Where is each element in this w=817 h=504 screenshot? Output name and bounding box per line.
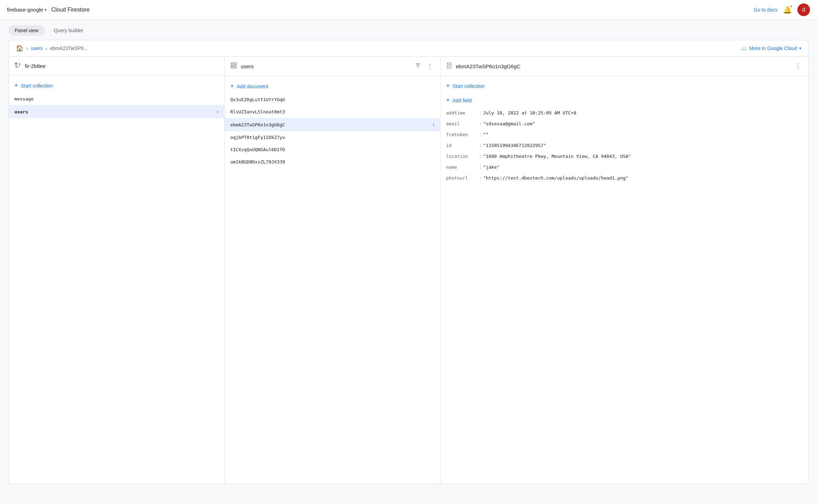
database-column-body: + Start collection message users › — [9, 76, 224, 484]
field-value-fcmtoken[interactable]: "" — [483, 132, 489, 137]
svg-rect-3 — [234, 66, 236, 68]
database-title: fir-2b8ee — [25, 63, 219, 69]
item-text-doc-4: oqjbPT0t1gFy1IDkZ7yv — [230, 135, 285, 140]
main-panel: 🏠 › users › ebmA23TwSP6... ☁️ More in Go… — [8, 40, 809, 484]
svg-rect-1 — [231, 66, 233, 68]
item-text-message: message — [14, 96, 34, 102]
more-in-cloud-label: More in Google Cloud — [749, 46, 797, 51]
field-key-photourl: photourl — [446, 175, 478, 181]
item-text-doc-5: tICXzqQoUQNSAul6DIfD — [230, 147, 285, 152]
field-value-photourl[interactable]: "https://test.dbestech.com/uploads/uploa… — [483, 175, 629, 181]
more-in-google-cloud-button[interactable]: ☁️ More in Google Cloud ▾ — [740, 45, 801, 52]
arrow-right-icon-users: › — [217, 108, 219, 115]
query-builder-button[interactable]: Query builder — [48, 25, 90, 36]
item-text-doc-6: um1kBGD8DxsZL79JX339 — [230, 159, 285, 164]
database-column: fir-2b8ee + Start collection message use… — [9, 57, 225, 484]
notifications-bell-icon[interactable]: 🔔 — [783, 6, 792, 14]
field-value-email[interactable]: "sdsesaa@gmail.com" — [483, 121, 535, 126]
item-text-doc-1: Qx3uE2DgLutt1UYrYGqG — [230, 97, 285, 102]
document-column: ebmA23TwSP6o1n3gG6gC ⋮ + Start collectio… — [440, 57, 808, 484]
go-to-docs-link[interactable]: Go to docs — [754, 7, 777, 13]
svg-rect-4 — [447, 63, 451, 68]
list-item-doc-3[interactable]: ebmA23TwSP6o1n3gG6gC › — [225, 118, 440, 131]
breadcrumb-document: ebmA23TwSP6... — [50, 46, 88, 51]
item-text-users: users — [14, 109, 28, 114]
field-value-addtime[interactable]: July 18, 2022 at 10:25:05 AM UTC+8 — [483, 110, 576, 115]
field-name: name : "jake" — [440, 162, 808, 173]
collection-column: users ⋮ + Add document Qx3uE2DgLutt1UY — [225, 57, 440, 484]
top-navigation: firebase-google ▾ Cloud Firestore Go to … — [0, 0, 817, 20]
list-item-doc-5[interactable]: tICXzqQoUQNSAul6DIfD — [225, 144, 440, 156]
add-document-button[interactable]: + Add document — [225, 79, 440, 93]
field-photourl: photourl : "https://test.dbestech.com/up… — [440, 173, 808, 183]
list-item-doc-4[interactable]: oqjbPT0t1gFy1IDkZ7yv — [225, 131, 440, 144]
more-options-col3-icon[interactable]: ⋮ — [794, 62, 803, 71]
collection-column-header: users ⋮ — [225, 57, 440, 76]
more-options-col2-icon[interactable]: ⋮ — [425, 62, 434, 71]
field-fcmtoken: fcmtoken : "" — [440, 129, 808, 140]
plus-icon-col3-field: + — [446, 97, 450, 104]
document-icon — [446, 62, 452, 70]
document-title: ebmA23TwSP6o1n3gG6gC — [456, 63, 790, 69]
field-id: id : "115851994346712822957" — [440, 140, 808, 151]
topnav-right: Go to docs 🔔 d — [754, 4, 810, 16]
document-column-header: ebmA23TwSP6o1n3gG6gC ⋮ — [440, 57, 808, 76]
collection-title: users — [241, 63, 410, 69]
database-icon — [14, 62, 21, 70]
field-value-name[interactable]: "jake" — [483, 164, 500, 170]
breadcrumb-users[interactable]: users — [31, 46, 43, 51]
breadcrumb-sep-1: › — [26, 46, 28, 51]
field-email: email : "sdsesaa@gmail.com" — [440, 118, 808, 129]
database-column-header: fir-2b8ee — [9, 57, 224, 76]
view-toggle-bar: Panel view Query builder — [0, 20, 817, 40]
home-icon[interactable]: 🏠 — [16, 44, 23, 52]
item-text-doc-2: RlsUZ3anvL5lnoat0mt3 — [230, 109, 285, 114]
nav-divider — [49, 6, 49, 14]
start-collection-label-col3: Start collection — [453, 83, 485, 89]
project-chevron-icon: ▾ — [44, 7, 47, 12]
arrow-right-icon-doc3: › — [433, 121, 434, 128]
svg-rect-2 — [234, 63, 236, 65]
document-column-body: + Start collection + Add field addtime :… — [440, 76, 808, 484]
field-value-id[interactable]: "115851994346712822957" — [483, 143, 546, 148]
field-key-email: email — [446, 121, 478, 126]
start-collection-button-col3[interactable]: + Start collection — [440, 79, 808, 93]
project-name-label: firebase-google — [7, 7, 43, 13]
filter-icon[interactable] — [413, 62, 423, 71]
plus-icon-col3-collection: + — [446, 82, 450, 90]
collection-icon — [230, 62, 237, 71]
start-collection-button-col1[interactable]: + Start collection — [9, 78, 224, 93]
collection-header-actions: ⋮ — [413, 62, 434, 71]
plus-icon-col1: + — [14, 82, 18, 89]
start-collection-label-col1: Start collection — [21, 83, 53, 89]
list-item-message[interactable]: message — [9, 93, 224, 105]
panel-view-button[interactable]: Panel view — [8, 25, 45, 36]
list-item-doc-1[interactable]: Qx3uE2DgLutt1UYrYGqG — [225, 93, 440, 106]
list-item-users[interactable]: users › — [9, 105, 224, 118]
add-document-label: Add document — [237, 84, 268, 89]
svg-rect-0 — [231, 63, 233, 66]
project-selector[interactable]: firebase-google ▾ — [7, 7, 47, 13]
field-addtime: addtime : July 18, 2022 at 10:25:05 AM U… — [440, 107, 808, 118]
breadcrumb-bar: 🏠 › users › ebmA23TwSP6... ☁️ More in Go… — [9, 40, 808, 57]
firestore-columns: fir-2b8ee + Start collection message use… — [9, 57, 808, 484]
cloud-icon: ☁️ — [740, 45, 747, 52]
field-key-fcmtoken: fcmtoken — [446, 132, 478, 137]
notification-dot — [790, 5, 792, 8]
add-field-label: Add field — [453, 98, 472, 103]
field-key-location: location — [446, 154, 478, 159]
user-avatar[interactable]: d — [797, 4, 810, 16]
document-header-actions: ⋮ — [794, 62, 803, 71]
topnav-left: firebase-google ▾ Cloud Firestore — [7, 6, 747, 14]
field-location: location : "1600 Amphitheatre Pkwy, Moun… — [440, 151, 808, 162]
list-item-doc-6[interactable]: um1kBGD8DxsZL79JX339 — [225, 156, 440, 168]
product-name-label: Cloud Firestore — [51, 7, 89, 13]
breadcrumb-sep-2: › — [46, 46, 47, 51]
add-field-button[interactable]: + Add field — [440, 93, 808, 107]
list-item-doc-2[interactable]: RlsUZ3anvL5lnoat0mt3 — [225, 106, 440, 118]
field-value-location[interactable]: "1600 Amphitheatre Pkwy, Mountain View, … — [483, 154, 631, 159]
field-key-id: id — [446, 143, 478, 148]
plus-icon-col2: + — [230, 83, 234, 90]
item-text-doc-3: ebmA23TwSP6o1n3gG6gC — [230, 122, 285, 127]
more-in-cloud-chevron-icon: ▾ — [799, 46, 801, 51]
